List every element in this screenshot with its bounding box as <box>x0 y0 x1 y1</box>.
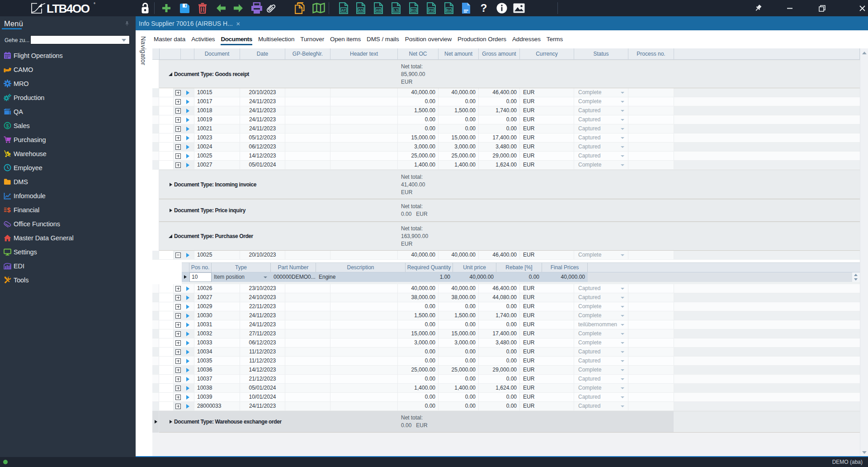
expand-row-button[interactable] <box>175 395 181 400</box>
cell-net[interactable]: 25,000.00 <box>439 366 479 374</box>
cell-cur[interactable]: EUR <box>520 106 574 115</box>
scroll-up-icon[interactable] <box>862 52 867 54</box>
document-row[interactable]: 1002705/01/20241,400.001,400.001,624.00E… <box>152 161 860 170</box>
cell-net_oc[interactable]: 25,000.00 <box>398 152 439 160</box>
detail-spinner[interactable] <box>852 272 860 282</box>
cell-cur[interactable]: EUR <box>520 97 574 106</box>
sidebar-item-sales[interactable]: $Sales <box>0 119 136 133</box>
cell-proc[interactable] <box>628 284 674 293</box>
cell-proc[interactable] <box>628 115 674 124</box>
status-dropdown-icon[interactable] <box>621 119 624 121</box>
group-row-body[interactable]: Document Type: Incoming invoiceNet total… <box>159 170 860 199</box>
type-dropdown-icon[interactable] <box>264 276 267 278</box>
sidebar-item-mro[interactable]: MRO <box>0 76 136 91</box>
open-document-icon[interactable] <box>186 286 189 291</box>
expand-row-button[interactable] <box>175 376 181 382</box>
status-dropdown-icon[interactable] <box>621 101 624 103</box>
cell-status[interactable]: Complete <box>574 329 628 338</box>
doc-rg-icon[interactable]: RG <box>406 0 421 16</box>
cell-gp[interactable] <box>285 302 330 311</box>
cell-net_oc[interactable]: 3,000.00 <box>398 143 439 151</box>
cell-net_oc[interactable]: 1,500.00 <box>398 311 439 320</box>
cell-gross[interactable]: 1,624.00 <box>479 384 520 392</box>
cell-status[interactable]: Captured <box>574 152 628 160</box>
cell-proc[interactable] <box>628 338 674 347</box>
expand-row-button[interactable] <box>175 340 181 346</box>
cell-proc[interactable] <box>628 384 674 392</box>
cell-net[interactable]: 38,000.00 <box>439 293 479 302</box>
cell-cur[interactable]: EUR <box>520 357 574 365</box>
cell-gross[interactable]: 1,740.00 <box>479 311 520 320</box>
status-dropdown-icon[interactable] <box>621 297 624 299</box>
status-dropdown-icon[interactable] <box>621 155 624 157</box>
cell-proc[interactable] <box>628 320 674 329</box>
open-document-icon[interactable] <box>186 127 189 131</box>
cell-gp[interactable] <box>285 311 330 320</box>
status-dropdown-icon[interactable] <box>621 288 624 290</box>
cell-ht[interactable] <box>330 366 398 374</box>
open-document-icon[interactable] <box>186 359 189 363</box>
cell-proc[interactable] <box>628 143 674 151</box>
tab-dms-mails[interactable]: DMS / mails <box>367 35 399 43</box>
cell-proc[interactable] <box>628 311 674 320</box>
cell-cur[interactable]: EUR <box>520 251 574 259</box>
cell-ht[interactable] <box>330 402 398 410</box>
cell-proc[interactable] <box>628 152 674 160</box>
cell-net_oc[interactable]: 40,000.00 <box>398 88 439 97</box>
help-icon[interactable]: ? <box>476 0 491 16</box>
cell-date[interactable]: 11/12/2023 <box>240 357 285 365</box>
group-row[interactable]: Document Type: Goods receiptNet total:85… <box>152 60 860 88</box>
status-dropdown-icon[interactable] <box>621 137 624 139</box>
document-row[interactable]: 1003124/11/20230.000.000.00EURteilüberno… <box>152 320 860 329</box>
cell-net_oc[interactable]: 0.00 <box>398 393 439 401</box>
document-row[interactable]: 1002922/11/20230.000.000.00EURComplete <box>152 302 860 311</box>
cell-ht[interactable] <box>330 348 398 356</box>
cell-doc[interactable]: 10030 <box>194 311 240 320</box>
cell-ht[interactable] <box>330 393 398 401</box>
cell-gross[interactable]: 0.00 <box>479 375 520 383</box>
cell-date[interactable]: 11/12/2023 <box>240 348 285 356</box>
open-document-icon[interactable] <box>186 163 189 167</box>
expand-row-button[interactable] <box>175 358 181 364</box>
expand-row-button[interactable] <box>175 404 181 409</box>
info-icon[interactable] <box>495 0 509 16</box>
cell-status[interactable]: Captured <box>574 115 628 124</box>
sidebar-item-purchasing[interactable]: Purchasing <box>0 133 136 147</box>
open-document-icon[interactable] <box>186 305 189 309</box>
cell-gross[interactable]: 0.00 <box>479 348 520 356</box>
expand-row-button[interactable] <box>175 313 181 319</box>
sidebar-item-office-functions[interactable]: Office Functions <box>0 217 136 231</box>
status-dropdown-icon[interactable] <box>621 342 624 344</box>
cell-ht[interactable] <box>330 302 398 311</box>
map-icon[interactable] <box>311 0 326 16</box>
cell-net_oc[interactable]: 0.00 <box>398 124 439 133</box>
cell-date[interactable]: 05/01/2024 <box>240 384 285 392</box>
open-document-icon[interactable] <box>186 91 189 95</box>
cell-ht[interactable] <box>330 152 398 160</box>
cell-cur[interactable]: EUR <box>520 152 574 160</box>
detail-column-header-type[interactable]: Type <box>212 263 271 272</box>
cell-proc[interactable] <box>628 357 674 365</box>
open-document-icon[interactable] <box>186 377 189 381</box>
detail-cell-part[interactable]: 000000DEMO0... <box>271 272 316 282</box>
cell-proc[interactable] <box>628 366 674 374</box>
cell-status[interactable]: Captured <box>574 375 628 383</box>
cell-cur[interactable]: EUR <box>520 375 574 383</box>
cell-net[interactable]: 1,500.00 <box>439 311 479 320</box>
cell-gp[interactable] <box>285 393 330 401</box>
detail-cell-rebate[interactable]: 0.00 <box>496 272 542 282</box>
cell-status[interactable]: Complete <box>574 251 628 259</box>
cell-proc[interactable] <box>628 106 674 115</box>
document-row[interactable]: 1002305/12/202315,000.0015,000.0017,400.… <box>152 133 860 143</box>
cell-date[interactable]: 24/11/2023 <box>240 97 285 106</box>
cell-net_oc[interactable]: 0.00 <box>398 115 439 124</box>
cell-net[interactable]: 0.00 <box>439 402 479 410</box>
detail-row[interactable]: 10Item position000000DEMO0...Engine1.004… <box>182 272 860 282</box>
cell-proc[interactable] <box>628 97 674 106</box>
add-icon[interactable] <box>159 0 174 16</box>
cell-gp[interactable] <box>285 124 330 133</box>
sidebar-item-dms[interactable]: DMS <box>0 175 136 189</box>
cell-cur[interactable]: EUR <box>520 338 574 347</box>
expand-row-button[interactable] <box>175 117 181 123</box>
detail-column-header-pos-no-[interactable]: Pos no. <box>189 263 212 272</box>
